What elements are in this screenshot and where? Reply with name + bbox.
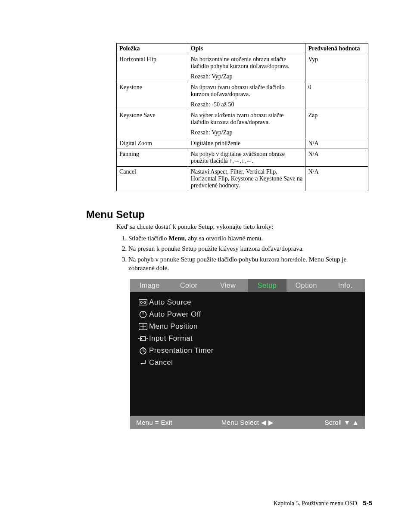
table-row: Keystone Save Na výber uloženia tvaru ob… — [117, 110, 368, 138]
table-row: Keystone Na úpravu tvaru obrazu stlačte … — [117, 82, 368, 110]
cell-polozka: Cancel — [117, 167, 188, 191]
power-icon — [137, 311, 149, 318]
table-row: Digital Zoom Digitálne priblíženie N/A — [117, 138, 368, 149]
osd-spec-table: Položka Opis Predvolená hodnota Horizont… — [116, 43, 368, 191]
th-pred: Predvolená hodnota — [305, 44, 368, 54]
osd-tab-setup[interactable]: Setup — [248, 279, 287, 292]
osd-body: Auto Source Auto Power Off Menu Position… — [130, 292, 365, 416]
th-polozka: Položka — [117, 44, 188, 54]
table-row: Cancel Nastaví Aspect, Filter, Vertical … — [117, 167, 368, 191]
osd-tab-bar: Image Color View Setup Option Info. — [130, 279, 365, 292]
osd-tab-info[interactable]: Info. — [326, 279, 365, 292]
table-row: Panning Na pohyb v digitálne zväčšnom ob… — [117, 149, 368, 167]
osd-item-label: Cancel — [149, 358, 173, 367]
cell-opis: Na úpravu tvaru obrazu stlačte tlačidlo … — [188, 82, 305, 110]
cell-polozka: Horizontal Flip — [117, 54, 188, 82]
page-footer: Kapitola 5. Používanie menu OSD 5-5 — [274, 499, 372, 507]
steps-list: Stlačte tlačidlo Menu, aby sa otvorilo h… — [120, 234, 372, 272]
cell-pred: 0 — [305, 82, 368, 110]
osd-item-label: Auto Source — [149, 298, 191, 307]
step-item: Na presun k ponuke Setup použite klávesy… — [128, 244, 372, 253]
osd-screenshot: Image Color View Setup Option Info. Auto… — [130, 279, 365, 429]
input-format-icon — [137, 336, 149, 342]
osd-item-input-format[interactable]: Input Format — [137, 333, 358, 345]
cell-pred: N/A — [305, 167, 368, 191]
osd-item-auto-power-off[interactable]: Auto Power Off — [137, 308, 358, 320]
cell-polozka: Digital Zoom — [117, 138, 188, 149]
osd-item-label: Menu Position — [149, 322, 198, 331]
osd-tab-option[interactable]: Option — [286, 279, 326, 292]
menu-keyword: Menu — [168, 235, 185, 242]
section-intro: Keď sa chcete dostať k ponuke Setup, vyk… — [116, 223, 372, 230]
osd-item-auto-source[interactable]: Auto Source — [137, 296, 358, 308]
cell-pred: Vyp — [305, 54, 368, 82]
section-heading-menu-setup: Menu Setup — [86, 208, 372, 221]
step-item: Na pohyb v ponuke Setup použite tlačidlo… — [128, 255, 372, 273]
cell-opis: Na výber uloženia tvaru obrazu stlačte t… — [188, 110, 305, 138]
osd-item-cancel[interactable]: Cancel — [137, 357, 358, 369]
svg-point-1 — [140, 302, 142, 303]
table-row: Horizontal Flip Na horizontálne otočenie… — [117, 54, 368, 82]
cell-pred: N/A — [305, 149, 368, 167]
osd-footer: Menu = Exit Menu Select ◀ ▶ Scroll ▼ ▲ — [130, 416, 365, 429]
cell-opis: Digitálne priblíženie — [188, 138, 305, 149]
osd-item-menu-position[interactable]: Menu Position — [137, 320, 358, 333]
cell-opis: Na pohyb v digitálne zväčšnom obraze pou… — [188, 149, 305, 167]
osd-foot-exit: Menu = Exit — [136, 419, 210, 426]
cell-pred: Zap — [305, 110, 368, 138]
cell-opis: Nastaví Aspect, Filter, Vertical Flip, H… — [188, 167, 305, 191]
cell-opis: Na horizontálne otočenie obrazu stlačte … — [188, 54, 305, 82]
presentation-timer-icon — [137, 347, 149, 355]
menu-position-icon — [137, 323, 149, 330]
osd-tab-color[interactable]: Color — [169, 279, 209, 292]
osd-tab-image[interactable]: Image — [130, 279, 169, 292]
osd-foot-scroll: Scroll ▼ ▲ — [285, 419, 359, 426]
osd-foot-select: Menu Select ◀ ▶ — [210, 419, 284, 426]
svg-point-2 — [144, 302, 146, 303]
osd-item-label: Presentation Timer — [149, 346, 214, 355]
footer-page-number: 5-5 — [363, 499, 372, 507]
osd-item-label: Auto Power Off — [149, 310, 201, 319]
osd-item-label: Input Format — [149, 334, 193, 343]
footer-chapter: Kapitola 5. Používanie menu OSD — [274, 500, 357, 507]
auto-source-icon — [137, 299, 149, 305]
step-item: Stlačte tlačidlo Menu, aby sa otvorilo h… — [128, 234, 372, 243]
th-opis: Opis — [188, 44, 305, 54]
cell-pred: N/A — [305, 138, 368, 149]
cell-polozka: Keystone Save — [117, 110, 188, 138]
return-icon — [137, 359, 149, 366]
cell-polozka: Keystone — [117, 82, 188, 110]
osd-item-presentation-timer[interactable]: Presentation Timer — [137, 345, 358, 357]
osd-tab-view[interactable]: View — [209, 279, 248, 292]
cell-polozka: Panning — [117, 149, 188, 167]
